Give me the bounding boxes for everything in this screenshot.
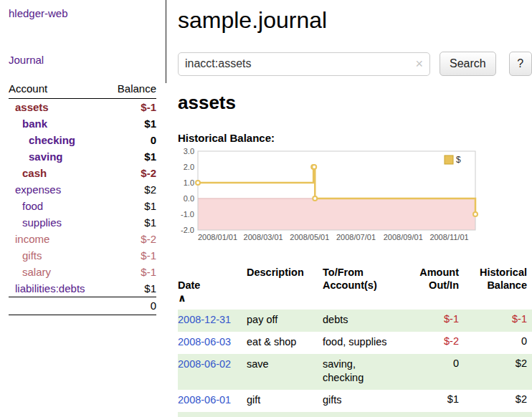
search-input[interactable] [185,57,415,70]
description-cell: save [247,354,323,390]
chart-legend: $ [445,155,461,165]
header-date[interactable]: Date ∧ [178,263,247,310]
account-link-gifts[interactable]: gifts [9,249,42,262]
legend-label: $ [456,155,461,165]
account-cell: debts [323,310,409,332]
amount-cell: $-2 [409,332,459,354]
accounts-panel: Account Balance assets $-1 bank $1 check… [9,81,156,315]
svg-text:3.0: 3.0 [184,148,194,155]
header-account: To/From Account(s) [323,263,409,310]
account-balance: $-2 [141,167,156,179]
register-row: 2008-06-02 save saving, checking 0 $2 [178,354,532,390]
account-link-liabilities-debts[interactable]: liabilities:debts [9,282,85,294]
account-balance: $-1 [141,249,156,262]
search-box[interactable]: × [178,52,430,76]
header-description: Description [247,263,323,310]
account-link-assets[interactable]: assets [9,101,49,113]
search-row: × Search ? [178,52,532,76]
account-balance: $2 [144,183,156,196]
svg-text:2008/05/01: 2008/05/01 [290,233,329,241]
amount-cell: 0 [409,354,459,390]
account-link-food[interactable]: food [9,200,43,212]
svg-text:2008/11/01: 2008/11/01 [429,233,468,241]
register-row: 2008-01-01 income salary $1 $1 [178,412,532,417]
account-balance: 0 [151,134,156,146]
account-balance: $1 [144,118,156,130]
chart-y-axis-labels: 3.02.01.00.0-1.0-2.0 [181,148,194,234]
historical-balance-chart: 3.02.01.00.0-1.0-2.0 2008/01/012008/03/0… [178,148,482,244]
account-row: gifts $-1 [9,247,156,264]
accounts-header: Account Balance [9,81,156,99]
svg-text:-1.0: -1.0 [181,210,194,219]
description-cell: eat & shop [247,332,323,354]
help-button[interactable]: ? [509,52,532,76]
account-balance: $1 [144,216,156,229]
svg-text:0.0: 0.0 [184,194,194,203]
account-row: liabilities:debts $1 [9,280,156,297]
sort-asc-icon: ∧ [178,292,186,304]
account-link-supplies[interactable]: supplies [9,216,62,229]
accounts-total: 0 [151,299,156,312]
chart-section-label: Historical Balance: [178,132,532,144]
account-cell: food, supplies [323,332,409,354]
account-link-checking[interactable]: checking [9,134,75,146]
chart-plot-area [198,151,475,230]
legend-swatch-icon [445,155,453,164]
account-heading: assets [178,92,532,114]
header-date-label: Date [178,279,200,291]
account-row: checking 0 [9,132,156,148]
brand-link[interactable]: hledger-web [9,7,68,19]
register-table: Date ∧ Description To/From Account(s) Am… [178,263,532,417]
account-link-salary[interactable]: salary [9,266,51,278]
search-button[interactable]: Search [440,52,496,76]
amount-cell: $1 [409,412,459,417]
clear-icon[interactable]: × [415,57,423,70]
header-balance: Historical Balance [459,263,532,310]
account-row: expenses $2 [9,181,156,198]
account-link-saving[interactable]: saving [9,150,63,163]
register-row: 2008-06-03 eat & shop food, supplies $-2… [178,332,532,354]
account-link-expenses[interactable]: expenses [9,183,61,196]
description-cell: income [247,412,323,417]
register-table-container: Date ∧ Description To/From Account(s) Am… [178,263,532,417]
account-balance: $1 [144,282,156,294]
accounts-total-row: 0 [9,297,156,315]
account-link-income[interactable]: income [9,233,49,245]
balance-chart-container: 3.02.01.00.0-1.0-2.0 2008/01/012008/03/0… [178,148,532,247]
date-link[interactable]: 2008-12-31 [178,314,231,325]
date-link[interactable]: 2008-06-03 [178,336,231,348]
balance-cell: 0 [459,332,532,354]
register-header-row: Date ∧ Description To/From Account(s) Am… [178,263,532,310]
svg-text:2008/03/01: 2008/03/01 [244,233,283,241]
account-row: supplies $1 [9,214,156,231]
chart-x-axis-labels: 2008/01/012008/03/012008/05/012008/07/01… [198,233,469,241]
account-row: food $1 [9,198,156,214]
account-link-cash[interactable]: cash [9,167,47,179]
svg-text:2008/07/01: 2008/07/01 [336,233,376,241]
account-cell: saving, checking [323,354,409,390]
account-row: bank $1 [9,115,156,132]
date-link[interactable]: 2008-06-02 [178,358,231,370]
accounts-header-balance: Balance [118,82,156,95]
account-link-bank[interactable]: bank [9,118,47,130]
accounts-header-account: Account [9,82,47,95]
svg-text:2.0: 2.0 [184,163,194,171]
amount-cell: $-1 [409,310,459,332]
balance-cell: $2 [459,354,532,390]
sidebar: hledger-web Journal Account Balance asse… [0,0,166,315]
date-link[interactable]: 2008-06-01 [178,394,231,406]
account-balance: $-1 [141,101,156,113]
account-row: assets $-1 [9,99,156,115]
account-row: salary $-1 [9,264,156,280]
account-cell: salary [323,412,409,417]
main-content: sample.journal × Search ? assets Histori… [178,0,532,417]
header-amount: Amount Out/In [409,263,459,310]
sidebar-nav: Journal [9,54,156,66]
description-cell: pay off [247,310,323,332]
journal-link[interactable]: Journal [9,54,44,66]
account-balance: $1 [144,150,156,163]
balance-cell: $1 [459,412,532,417]
account-cell: gifts [323,390,409,412]
balance-cell: $-1 [459,310,532,332]
svg-text:2008/01/01: 2008/01/01 [198,233,237,241]
